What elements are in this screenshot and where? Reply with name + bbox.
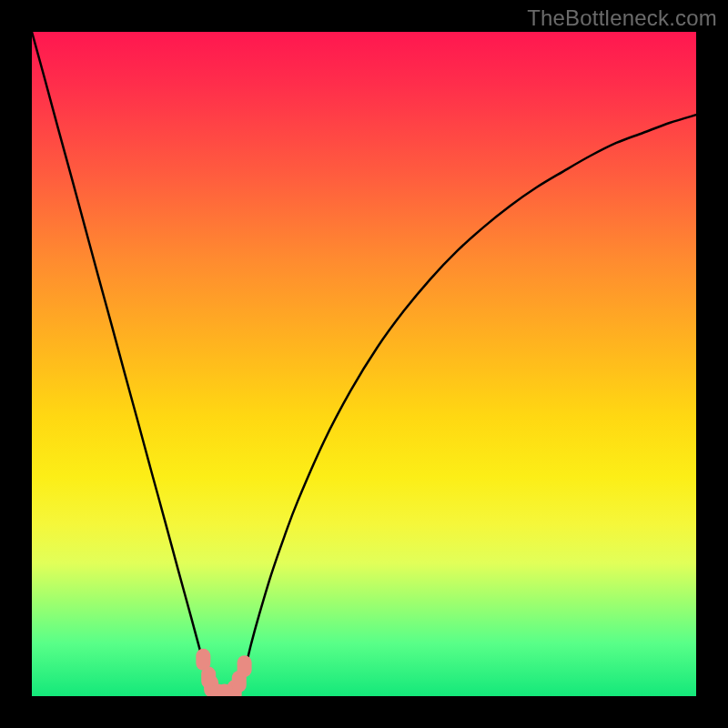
- plot-area: [32, 32, 696, 696]
- curve-marker: [238, 655, 252, 677]
- chart-frame: TheBottleneck.com: [0, 0, 728, 728]
- bottleneck-curve: [32, 32, 696, 696]
- watermark-text: TheBottleneck.com: [527, 5, 717, 31]
- curve-markers: [196, 649, 251, 696]
- curve-line: [32, 32, 696, 696]
